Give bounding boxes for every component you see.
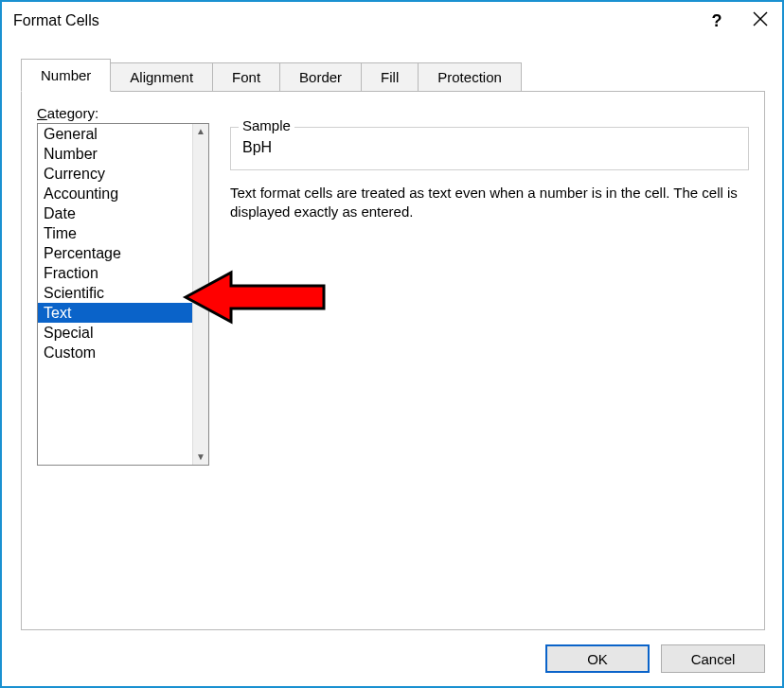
- category-listbox[interactable]: GeneralNumberCurrencyAccountingDateTimeP…: [37, 123, 209, 466]
- tab-border[interactable]: Border: [279, 62, 362, 92]
- format-description: Text format cells are treated as text ev…: [230, 184, 749, 222]
- scroll-down-icon: ▼: [196, 452, 205, 462]
- tab-font[interactable]: Font: [212, 62, 280, 92]
- category-item-fraction[interactable]: Fraction: [38, 263, 192, 283]
- help-icon: ?: [712, 11, 722, 31]
- tab-alignment[interactable]: Alignment: [110, 62, 213, 92]
- category-item-time[interactable]: Time: [38, 223, 192, 243]
- category-item-accounting[interactable]: Accounting: [38, 184, 192, 203]
- dialog-footer: OK Cancel: [545, 644, 765, 673]
- ok-button[interactable]: OK: [545, 644, 650, 673]
- category-item-currency[interactable]: Currency: [38, 164, 192, 184]
- tab-fill[interactable]: Fill: [361, 62, 419, 92]
- listbox-scrollbar[interactable]: ▲ ▼: [192, 124, 208, 465]
- category-item-custom[interactable]: Custom: [38, 343, 192, 362]
- dialog-title: Format Cells: [13, 12, 695, 29]
- category-item-text[interactable]: Text: [38, 303, 192, 323]
- tab-strip: NumberAlignmentFontBorderFillProtection: [21, 59, 782, 92]
- category-label: Category:: [37, 105, 749, 121]
- close-icon: [753, 11, 768, 31]
- category-item-percentage[interactable]: Percentage: [38, 243, 192, 263]
- category-item-general[interactable]: General: [38, 124, 192, 144]
- category-item-special[interactable]: Special: [38, 323, 192, 343]
- tab-number[interactable]: Number: [21, 59, 111, 92]
- help-button[interactable]: ?: [695, 2, 739, 40]
- tab-page-number: Category: GeneralNumberCurrencyAccountin…: [21, 91, 765, 630]
- sample-legend: Sample: [239, 117, 294, 133]
- title-bar: Format Cells ?: [2, 2, 782, 40]
- tab-protection[interactable]: Protection: [418, 62, 522, 92]
- sample-value: BpH: [242, 139, 737, 156]
- details-pane: Sample BpH Text format cells are treated…: [230, 123, 749, 222]
- category-item-number[interactable]: Number: [38, 144, 192, 164]
- cancel-button[interactable]: Cancel: [661, 644, 765, 673]
- category-item-scientific[interactable]: Scientific: [38, 283, 192, 303]
- sample-group: Sample BpH: [230, 127, 749, 170]
- category-item-date[interactable]: Date: [38, 203, 192, 223]
- close-button[interactable]: [739, 2, 782, 40]
- scroll-up-icon: ▲: [196, 127, 205, 136]
